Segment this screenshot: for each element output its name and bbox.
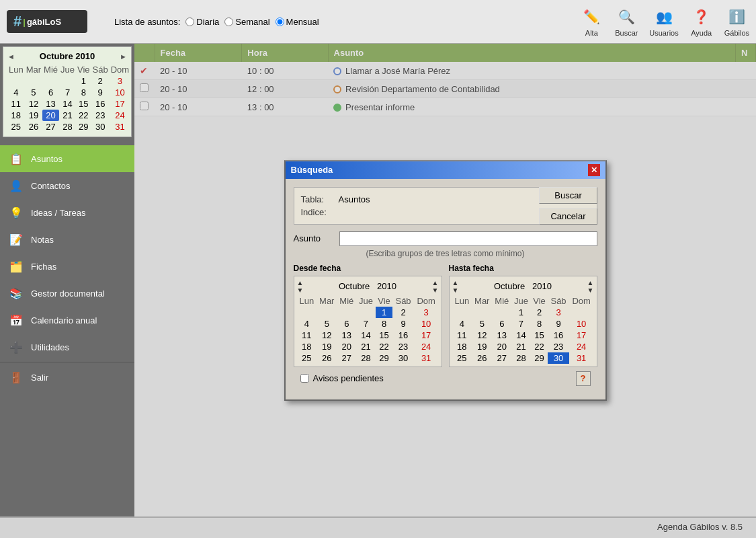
cal-day[interactable]: 3: [110, 75, 130, 87]
mini-cal-day[interactable]: 3: [414, 307, 439, 318]
mini-cal-day[interactable]: 1: [511, 307, 531, 318]
desde-cal-next[interactable]: ▲▼: [432, 279, 439, 294]
cal-day[interactable]: 20: [42, 110, 59, 121]
cancelar-button[interactable]: Cancelar: [539, 208, 597, 225]
cal-day[interactable]: 28: [59, 121, 76, 132]
cal-day[interactable]: 13: [42, 98, 59, 110]
radio-diaria[interactable]: Diaria: [185, 17, 219, 27]
mini-cal-day[interactable]: 18: [297, 341, 317, 352]
mini-cal-day[interactable]: 20: [492, 341, 511, 352]
mini-cal-day[interactable]: 12: [317, 330, 337, 341]
mini-cal-day[interactable]: 4: [452, 318, 472, 330]
cal-day[interactable]: 22: [76, 110, 91, 121]
radio-mensual-input[interactable]: [276, 17, 284, 26]
cal-day[interactable]: 23: [91, 110, 110, 121]
mini-cal-day[interactable]: 19: [317, 341, 337, 352]
cal-day[interactable]: 24: [110, 110, 130, 121]
mini-cal-day[interactable]: 27: [492, 352, 511, 364]
mini-cal-day[interactable]: 5: [472, 318, 492, 330]
mini-cal-day[interactable]: 17: [569, 330, 594, 341]
mini-cal-day[interactable]: 29: [531, 352, 548, 364]
mini-cal-day[interactable]: 17: [414, 330, 439, 341]
cal-day[interactable]: 31: [110, 121, 130, 132]
cal-day[interactable]: 12: [25, 98, 42, 110]
sidebar-item-asuntos[interactable]: 📋 Asuntos: [0, 145, 134, 172]
mini-cal-day[interactable]: 23: [392, 341, 413, 352]
cal-day[interactable]: 14: [59, 98, 76, 110]
mini-cal-day[interactable]: 18: [452, 341, 472, 352]
cal-day[interactable]: 15: [76, 98, 91, 110]
cal-day[interactable]: 30: [91, 121, 110, 132]
buscar-button[interactable]: Buscar: [539, 187, 597, 204]
mini-cal-day[interactable]: 16: [548, 330, 569, 341]
cal-day[interactable]: 17: [110, 98, 130, 110]
cal-day[interactable]: 4: [7, 87, 25, 98]
mini-cal-day[interactable]: 25: [452, 352, 472, 364]
mini-cal-day[interactable]: 21: [511, 341, 531, 352]
radio-mensual[interactable]: Mensual: [276, 17, 319, 27]
desde-cal-prev[interactable]: ▲▼: [297, 279, 304, 294]
sidebar-item-utilidades[interactable]: ➕ Utilidades: [0, 334, 134, 360]
sidebar-item-gestor[interactable]: 📚 Gestor documental: [0, 280, 134, 307]
mini-cal-day[interactable]: 22: [531, 341, 548, 352]
cal-day[interactable]: 8: [76, 87, 91, 98]
modal-close-button[interactable]: ✕: [588, 164, 600, 176]
mini-cal-day[interactable]: 24: [569, 341, 594, 352]
mini-cal-day[interactable]: 6: [492, 318, 511, 330]
mini-cal-day[interactable]: 5: [317, 318, 337, 330]
cal-day[interactable]: 19: [25, 110, 42, 121]
mini-cal-day[interactable]: 3: [548, 307, 569, 318]
mini-cal-day[interactable]: 26: [472, 352, 492, 364]
mini-cal-day[interactable]: 15: [376, 330, 393, 341]
cal-day[interactable]: 16: [91, 98, 110, 110]
mini-cal-day[interactable]: 16: [392, 330, 413, 341]
mini-cal-day[interactable]: 9: [392, 318, 413, 330]
sidebar-item-salir[interactable]: 🚪 Salir: [0, 364, 134, 391]
help-button[interactable]: ?: [576, 371, 591, 386]
mini-cal-day[interactable]: 2: [392, 307, 413, 318]
mini-cal-day[interactable]: 30: [548, 352, 569, 364]
mini-cal-day[interactable]: 26: [317, 352, 337, 364]
cal-day[interactable]: 1: [76, 75, 91, 87]
mini-cal-day[interactable]: 19: [472, 341, 492, 352]
cal-day[interactable]: 7: [59, 87, 76, 98]
gabilos-button[interactable]: ℹ️ Gábilos: [724, 6, 749, 37]
cal-day[interactable]: 11: [7, 98, 25, 110]
mini-cal-day[interactable]: 10: [414, 318, 439, 330]
sidebar-item-ideas[interactable]: 💡 Ideas / Tareas: [0, 199, 134, 226]
radio-semanal[interactable]: Semanal: [224, 17, 269, 27]
mini-cal-day[interactable]: 10: [569, 318, 594, 330]
mini-cal-day[interactable]: [297, 307, 317, 318]
mini-cal-day[interactable]: 8: [531, 318, 548, 330]
cal-day[interactable]: 9: [91, 87, 110, 98]
mini-cal-day[interactable]: 14: [356, 330, 376, 341]
mini-cal-day[interactable]: 25: [297, 352, 317, 364]
mini-cal-day[interactable]: 24: [414, 341, 439, 352]
mini-cal-day[interactable]: 31: [414, 352, 439, 364]
mini-cal-day[interactable]: 30: [392, 352, 413, 364]
cal-day[interactable]: 27: [42, 121, 59, 132]
mini-cal-day[interactable]: 13: [337, 330, 356, 341]
cal-day[interactable]: 26: [25, 121, 42, 132]
mini-cal-day[interactable]: [492, 307, 511, 318]
asunto-input[interactable]: [339, 231, 597, 246]
radio-semanal-input[interactable]: [224, 17, 233, 26]
cal-day[interactable]: 5: [25, 87, 42, 98]
mini-cal-day[interactable]: 15: [531, 330, 548, 341]
cal-day[interactable]: 2: [91, 75, 110, 87]
avisos-checkbox-label[interactable]: Avisos pendientes: [300, 373, 384, 383]
cal-day[interactable]: 6: [42, 87, 59, 98]
mini-cal-day[interactable]: 27: [337, 352, 356, 364]
mini-cal-day[interactable]: [317, 307, 337, 318]
usuarios-button[interactable]: 👥 Usuarios: [649, 6, 678, 37]
mini-cal-day[interactable]: 11: [452, 330, 472, 341]
mini-cal-day[interactable]: 22: [376, 341, 393, 352]
mini-cal-day[interactable]: 1: [376, 307, 393, 318]
mini-cal-day[interactable]: 14: [511, 330, 531, 341]
alta-button[interactable]: ✏️ Alta: [579, 6, 603, 37]
mini-cal-day[interactable]: 21: [356, 341, 376, 352]
mini-cal-day[interactable]: [452, 307, 472, 318]
avisos-checkbox[interactable]: [300, 374, 309, 383]
ayuda-button[interactable]: ❓ Ayuda: [689, 6, 714, 37]
sidebar-item-calendario[interactable]: 📅 Calendario anual: [0, 307, 134, 334]
